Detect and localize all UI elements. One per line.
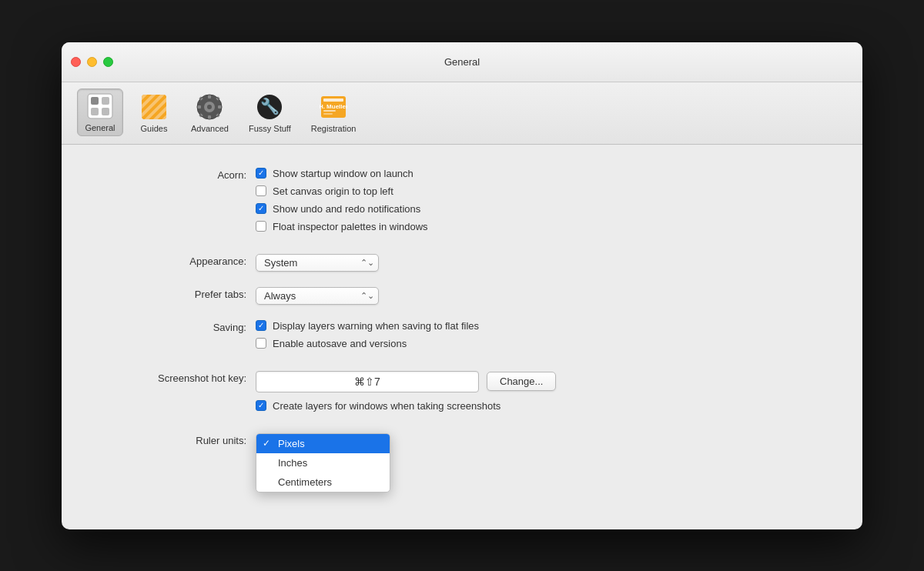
svg-rect-6 (142, 95, 166, 119)
checkbox-float-palettes[interactable] (256, 221, 266, 232)
hotkey-value: ⌘⇧7 (354, 376, 380, 388)
svg-rect-12 (208, 95, 211, 99)
tab-guides[interactable]: Guides (131, 90, 177, 136)
svg-text:🔧: 🔧 (260, 97, 280, 115)
general-icon (86, 92, 114, 120)
maximize-button[interactable] (103, 57, 113, 67)
checkbox-layers-warning[interactable] (256, 320, 266, 331)
checkbox-autosave[interactable] (256, 338, 266, 349)
svg-rect-1 (91, 97, 99, 105)
prefer-tabs-label: Prefer tabs: (92, 287, 246, 300)
tab-guides-label: Guides (141, 124, 168, 133)
acorn-checkboxes: Show startup window on launch Set canvas… (256, 168, 832, 239)
ruler-units-section: Ruler units: Pixels Inches Centimeters (92, 433, 832, 496)
appearance-content: System Light Dark ⌃⌄ (256, 254, 832, 272)
prefer-tabs-select[interactable]: Always In Full Screen Never (256, 287, 379, 305)
ruler-units-content: Pixels Inches Centimeters (256, 433, 832, 496)
prefer-tabs-section: Prefer tabs: Always In Full Screen Never… (92, 287, 832, 305)
fussy-icon: 🔧 (256, 93, 283, 121)
tab-registration-label: Registration (311, 124, 357, 133)
svg-rect-4 (102, 108, 109, 115)
checkbox-row-create-layers: Create layers for windows when taking sc… (256, 400, 832, 412)
tab-advanced[interactable]: Advanced (185, 90, 235, 136)
svg-rect-27 (323, 113, 333, 115)
svg-point-11 (207, 105, 212, 109)
prefer-tabs-select-wrapper: Always In Full Screen Never ⌃⌄ (256, 287, 379, 305)
label-undo-redo: Show undo and redo notifications (273, 203, 420, 215)
checkbox-row-layers-warning: Display layers warning when saving to fl… (256, 320, 832, 332)
checkbox-row-startup: Show startup window on launch (256, 168, 832, 179)
tab-fussy-label: Fussy Stuff (249, 124, 291, 133)
svg-rect-15 (218, 105, 222, 109)
svg-rect-2 (91, 108, 99, 115)
label-float-palettes: Float inspector palettes in windows (273, 221, 428, 232)
svg-rect-24 (323, 99, 343, 102)
change-button[interactable]: Change... (487, 372, 556, 391)
hotkey-row: ⌘⇧7 Change... (256, 371, 832, 392)
settings-content: Acorn: Show startup window on launch Set… (62, 145, 862, 529)
hotkey-content: ⌘⇧7 Change... Create layers for windows … (256, 371, 832, 418)
minimize-button[interactable] (87, 57, 97, 67)
dropdown-item-pixels[interactable]: Pixels (256, 434, 390, 453)
saving-section: Saving: Display layers warning when savi… (92, 320, 832, 356)
saving-label: Saving: (92, 320, 246, 333)
toolbar: General Guides (62, 82, 862, 145)
close-button[interactable] (71, 57, 81, 67)
prefer-tabs-content: Always In Full Screen Never ⌃⌄ (256, 287, 832, 305)
appearance-label: Appearance: (92, 254, 246, 267)
dropdown-item-pixels-label: Pixels (278, 438, 305, 449)
label-layers-warning: Display layers warning when saving to fl… (273, 320, 479, 332)
tab-registration[interactable]: H. Mueller Registration (305, 90, 363, 136)
label-canvas-origin: Set canvas origin to top left (273, 185, 393, 197)
hotkey-field[interactable]: ⌘⇧7 (256, 371, 479, 392)
checkbox-startup[interactable] (256, 168, 266, 179)
tab-fussy[interactable]: 🔧 Fussy Stuff (243, 90, 297, 136)
saving-checkboxes: Display layers warning when saving to fl… (256, 320, 832, 356)
checkbox-row-autosave: Enable autosave and versions (256, 338, 832, 349)
traffic-lights (71, 57, 113, 67)
appearance-select-wrapper: System Light Dark ⌃⌄ (256, 254, 379, 272)
dropdown-item-inches[interactable]: Inches (256, 453, 390, 472)
checkbox-undo-redo[interactable] (256, 203, 266, 214)
preferences-window: General General (62, 42, 862, 529)
guides-icon (140, 93, 168, 121)
checkbox-row-undo: Show undo and redo notifications (256, 203, 832, 215)
svg-rect-13 (208, 115, 211, 119)
svg-rect-14 (197, 105, 201, 109)
ruler-units-label: Ruler units: (92, 433, 246, 446)
checkbox-canvas-origin[interactable] (256, 185, 266, 196)
dropdown-item-centimeters[interactable]: Centimeters (256, 472, 390, 492)
label-startup: Show startup window on launch (273, 168, 413, 179)
registration-icon: H. Mueller (320, 93, 347, 121)
acorn-label: Acorn: (92, 168, 246, 181)
checkbox-row-canvas: Set canvas origin to top left (256, 185, 832, 197)
ruler-units-dropdown: Pixels Inches Centimeters (256, 433, 390, 493)
tab-general-label: General (85, 123, 115, 132)
advanced-icon (196, 93, 223, 121)
window-title: General (444, 56, 480, 68)
hotkey-label: Screenshot hot key: (92, 371, 246, 384)
tab-advanced-label: Advanced (191, 124, 229, 133)
checkbox-row-float: Float inspector palettes in windows (256, 221, 832, 232)
dropdown-item-inches-label: Inches (278, 457, 307, 469)
acorn-section: Acorn: Show startup window on launch Set… (92, 168, 832, 239)
label-create-layers: Create layers for windows when taking sc… (273, 400, 500, 412)
svg-rect-3 (102, 97, 109, 105)
appearance-select[interactable]: System Light Dark (256, 254, 379, 272)
hotkey-section: Screenshot hot key: ⌘⇧7 Change... Create… (92, 371, 832, 418)
svg-text:H. Mueller: H. Mueller (320, 103, 347, 110)
appearance-section: Appearance: System Light Dark ⌃⌄ (92, 254, 832, 272)
svg-rect-26 (323, 110, 336, 112)
dropdown-item-centimeters-label: Centimeters (278, 476, 332, 488)
label-autosave: Enable autosave and versions (273, 338, 407, 349)
checkbox-create-layers[interactable] (256, 400, 266, 411)
titlebar: General (62, 42, 862, 82)
tab-general[interactable]: General (77, 88, 123, 136)
